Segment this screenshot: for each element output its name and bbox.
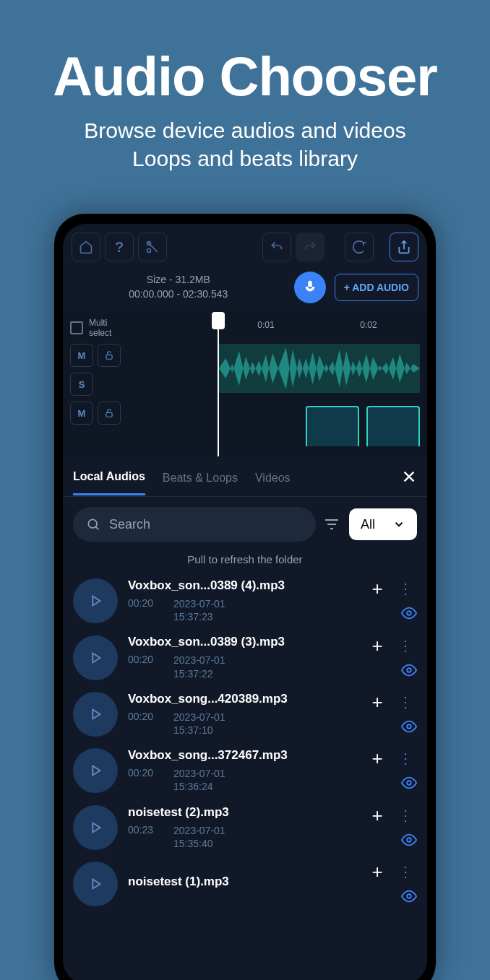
hero-title: Audio Chooser	[14, 45, 476, 108]
play-button[interactable]	[73, 692, 118, 737]
item-date: 2023-07-0115:37:23	[173, 597, 225, 623]
clip-1[interactable]	[306, 406, 359, 446]
list-item[interactable]: Voxbox_son...0389 (3).mp3 00:20 2023-07-…	[63, 629, 427, 685]
list-item[interactable]: noisetest (2).mp3 00:23 2023-07-0115:35:…	[63, 799, 427, 856]
time-ruler: 0:01 0:02	[215, 316, 420, 334]
item-date: 2023-07-0115:37:22	[173, 654, 225, 680]
search-placeholder: Search	[109, 517, 150, 532]
rotate-button[interactable]	[345, 233, 374, 261]
list-item[interactable]: Voxbox_song...420389.mp3 00:20 2023-07-0…	[63, 686, 427, 742]
waveform-track-1[interactable]	[219, 344, 420, 393]
play-button[interactable]	[73, 748, 118, 793]
scissors-button[interactable]	[138, 233, 167, 261]
mic-icon	[302, 279, 318, 295]
mic-button[interactable]	[294, 272, 326, 303]
item-duration: 00:20	[128, 597, 153, 623]
audio-list[interactable]: Voxbox_son...0389 (4).mp3 00:20 2023-07-…	[63, 573, 427, 980]
chevron-down-icon	[392, 518, 405, 531]
preview-button[interactable]	[401, 719, 417, 734]
preview-button[interactable]	[401, 605, 417, 621]
more-button[interactable]: ⋮	[398, 867, 413, 876]
preview-button[interactable]	[401, 775, 417, 791]
play-icon	[87, 650, 103, 666]
list-item[interactable]: Voxbox_son...0389 (4).mp3 00:20 2023-07-…	[63, 573, 427, 629]
multi-select-checkbox[interactable]	[70, 321, 83, 334]
hero-sub-1: Browse device audios and videos	[14, 116, 476, 144]
play-button[interactable]	[73, 636, 118, 680]
item-date: 2023-07-0115:37:10	[173, 711, 225, 737]
close-icon	[401, 469, 417, 485]
play-button[interactable]	[73, 805, 118, 850]
add-audio-button[interactable]: + ADD AUDIO	[335, 274, 418, 301]
lock-button-2[interactable]	[98, 402, 121, 425]
sort-button[interactable]	[323, 516, 342, 533]
filter-value: All	[361, 517, 375, 532]
svg-marker-9	[93, 766, 100, 776]
item-duration: 00:20	[128, 711, 153, 737]
play-icon	[87, 593, 103, 609]
preview-button[interactable]	[401, 832, 417, 848]
hero-sub-2: Loops and beats library	[14, 144, 476, 173]
add-button[interactable]: +	[369, 694, 385, 710]
multi-select-label: Multi select	[89, 318, 118, 338]
svg-point-4	[407, 611, 411, 615]
close-button[interactable]	[401, 469, 417, 485]
lock-button-1[interactable]	[98, 344, 121, 367]
more-button[interactable]: ⋮	[398, 584, 413, 593]
home-button[interactable]	[72, 233, 100, 261]
eye-icon	[401, 719, 417, 734]
clip-2[interactable]	[366, 406, 420, 446]
tab-local-audios[interactable]: Local Audios	[73, 457, 145, 495]
filter-dropdown[interactable]: All	[349, 508, 417, 540]
svg-point-8	[407, 724, 411, 729]
size-label: Size - 31.2MB	[72, 273, 285, 287]
svg-marker-3	[93, 597, 100, 606]
play-icon	[87, 706, 103, 722]
solo-button[interactable]: S	[70, 373, 93, 396]
eye-icon	[401, 888, 417, 904]
tab-videos[interactable]: Videos	[255, 459, 291, 495]
question-icon: ?	[115, 239, 124, 256]
sort-icon	[323, 516, 340, 533]
item-title: Voxbox_son...0389 (4).mp3	[128, 578, 355, 593]
item-title: Voxbox_song...420389.mp3	[128, 692, 355, 706]
pull-refresh-label: Pull to refresh the folder	[63, 552, 427, 573]
add-button[interactable]: +	[369, 581, 385, 597]
more-button[interactable]: ⋮	[398, 641, 413, 650]
mute-button-2[interactable]: M	[70, 402, 93, 425]
redo-icon	[303, 240, 317, 254]
playhead[interactable]	[218, 312, 219, 456]
list-item[interactable]: noisetest (1).mp3 + ⋮	[63, 856, 427, 912]
mute-button-1[interactable]: M	[70, 344, 93, 367]
svg-rect-0	[106, 355, 112, 359]
timeline[interactable]: Multi select 0:01 0:02 M S M	[63, 312, 427, 456]
search-input[interactable]: Search	[73, 507, 316, 542]
add-button[interactable]: +	[369, 807, 385, 823]
add-button[interactable]: +	[369, 638, 385, 654]
item-title: Voxbox_song...372467.mp3	[128, 748, 355, 763]
item-duration: 00:23	[128, 824, 153, 850]
share-button[interactable]	[390, 233, 418, 261]
item-title: noisetest (1).mp3	[128, 875, 355, 889]
more-button[interactable]: ⋮	[398, 754, 413, 763]
svg-point-6	[407, 668, 411, 672]
undo-button[interactable]	[262, 233, 291, 261]
play-icon	[87, 876, 103, 892]
eye-icon	[401, 662, 417, 678]
add-button[interactable]: +	[369, 750, 385, 766]
redo-button[interactable]	[296, 233, 324, 261]
item-date: 2023-07-0115:36:24	[173, 767, 225, 793]
play-button[interactable]	[73, 578, 118, 623]
share-icon	[397, 240, 411, 254]
list-item[interactable]: Voxbox_song...372467.mp3 00:20 2023-07-0…	[63, 742, 427, 799]
tab-beats-loops[interactable]: Beats & Loops	[163, 459, 238, 495]
svg-marker-7	[93, 710, 100, 719]
play-button[interactable]	[73, 862, 118, 906]
preview-button[interactable]	[401, 888, 417, 904]
add-button[interactable]: +	[369, 864, 385, 880]
preview-button[interactable]	[401, 662, 417, 678]
help-button[interactable]: ?	[105, 233, 134, 261]
more-button[interactable]: ⋮	[398, 698, 413, 706]
rotate-icon	[351, 239, 367, 255]
more-button[interactable]: ⋮	[398, 811, 413, 820]
